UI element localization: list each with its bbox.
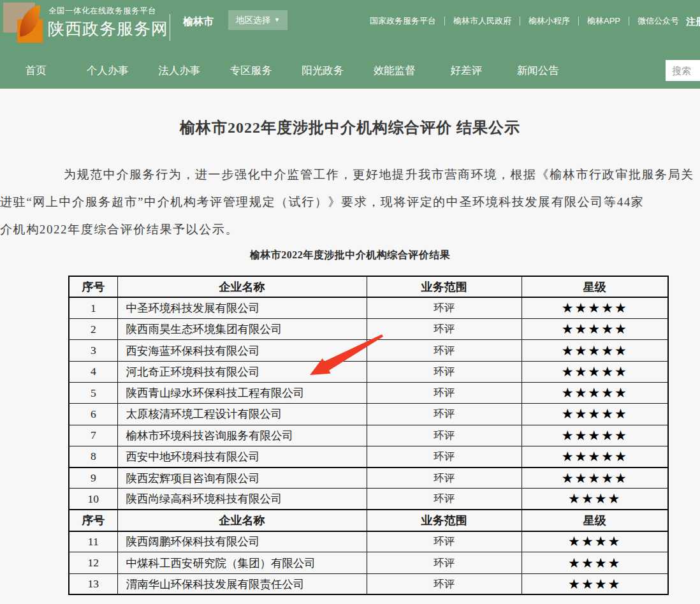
paragraph-line: 为规范中介服务行为，进一步强化中介监管工作，更好地提升我市营商环境，根据《榆林市…	[0, 161, 700, 188]
platform-tagline: 全国一体化在线政务服务平台	[48, 6, 156, 17]
star-rating-cell: ★★★★★	[521, 340, 668, 361]
row-number-cell: 6	[69, 404, 117, 425]
company-name-cell: 陕西阔鹏环保科技有限公司	[117, 531, 367, 552]
header-quick-link[interactable]: 国家政务服务平台	[361, 17, 445, 26]
company-name-cell: 陕西宏辉项目咨询有限公司	[117, 468, 367, 489]
paragraph-line: 进驻“网上中介服务超市”中介机构考评管理规定（试行）》要求，现将评定的中圣环境科…	[0, 188, 700, 216]
table-row: 6太原核清环境工程设计有限公司环评★★★★★	[69, 404, 668, 425]
page: 全国一体化在线政务服务平台 陕西政务服务网 榆林市 地区选择 ▼ 国家政务服务平…	[0, 0, 700, 604]
table-caption: 榆林市2022年度涉批中介机构综合评价结果	[0, 249, 700, 262]
row-number-cell: 13	[69, 573, 117, 594]
business-scope-cell: 环评	[367, 573, 521, 594]
header-quick-link[interactable]: 榆林市人民政府	[445, 17, 520, 26]
nav-item-4[interactable]: 专区服务	[215, 52, 288, 89]
column-header: 业务范围	[367, 276, 521, 297]
page-title: 榆林市2022年度涉批中介机构综合评价 结果公示	[0, 117, 700, 138]
column-header: 星级	[521, 510, 668, 531]
table-row: 2陕西雨昊生态环境集团有限公司环评★★★★★	[69, 319, 668, 340]
nav-list: 首页个人办事法人办事专区服务阳光政务效能监督好差评新闻公告	[0, 52, 700, 89]
star-rating-cell: ★★★★★	[521, 446, 668, 467]
star-rating-cell: ★★★★★	[521, 361, 668, 382]
nav-item-7[interactable]: 好差评	[430, 52, 502, 89]
column-header: 企业名称	[117, 510, 367, 531]
business-scope-cell: 环评	[367, 489, 521, 510]
site-logo-icon[interactable]	[3, 3, 47, 46]
business-scope-cell: 环评	[367, 404, 521, 425]
row-number-cell: 1	[69, 297, 117, 318]
table-row: 3西安海蓝环保科技有限公司环评★★★★★	[69, 340, 668, 361]
row-number-cell: 4	[69, 361, 117, 382]
region-selector-label: 地区选择	[236, 15, 270, 26]
star-rating-cell: ★★★★	[521, 573, 668, 594]
table-row: 4河北奇正环境科技有限公司环评★★★★★	[69, 361, 668, 382]
nav-item-1[interactable]: 首页	[0, 52, 72, 89]
header-quick-link[interactable]: 榆林小程序	[520, 17, 579, 26]
row-number-cell: 8	[69, 446, 117, 467]
table-row: 9陕西宏辉项目咨询有限公司环评★★★★★	[69, 468, 668, 489]
star-rating-cell: ★★★★★	[521, 425, 668, 446]
header-quick-links: 国家政务服务平台榆林市人民政府榆林小程序榆林APP微信公众号	[361, 13, 687, 29]
row-number-cell: 2	[69, 319, 117, 340]
business-scope-cell: 环评	[367, 340, 521, 361]
business-scope-cell: 环评	[367, 552, 521, 573]
company-name-cell: 陕西雨昊生态环境集团有限公司	[117, 319, 367, 340]
company-name-cell: 太原核清环境工程设计有限公司	[117, 404, 367, 425]
nav-item-6[interactable]: 效能监督	[359, 52, 431, 89]
site-name: 陕西政务服务网	[48, 18, 168, 40]
nav-item-8[interactable]: 新闻公告	[502, 52, 574, 89]
register-link[interactable]: 注册	[686, 16, 700, 28]
header-divider	[170, 14, 170, 41]
announcement-paragraph: 为规范中介服务行为，进一步强化中介监管工作，更好地提升我市营商环境，根据《榆林市…	[0, 161, 700, 243]
company-name-cell: 中煤科工西安研究院（集团）有限公司	[117, 552, 367, 573]
region-selector-button[interactable]: 地区选择 ▼	[228, 10, 288, 30]
business-scope-cell: 环评	[367, 319, 521, 340]
paragraph-line: 介机构2022年度综合评价结果予以公示。	[0, 216, 700, 243]
row-number-cell: 11	[69, 531, 117, 552]
table-row: 13渭南华山环保科技发展有限责任公司环评★★★★	[69, 573, 668, 594]
column-header: 企业名称	[117, 276, 367, 297]
table-row: 1中圣环境科技发展有限公司环评★★★★★	[69, 297, 668, 318]
star-rating-cell: ★★★★	[521, 531, 668, 552]
row-number-cell: 3	[69, 340, 117, 361]
table-header-row: 序号企业名称业务范围星级	[69, 510, 668, 531]
star-rating-cell: ★★★★★	[521, 319, 668, 340]
row-number-cell: 7	[69, 425, 117, 446]
header-quick-link[interactable]: 微信公众号	[629, 17, 687, 26]
search-input[interactable]	[666, 60, 700, 81]
company-name-cell: 陕西青山绿水环保科技工程有限公司	[117, 382, 367, 403]
row-number-cell: 12	[69, 552, 117, 573]
business-scope-cell: 环评	[367, 297, 521, 318]
business-scope-cell: 环评	[367, 361, 521, 382]
column-header: 星级	[521, 276, 668, 297]
evaluation-table: 序号企业名称业务范围星级1中圣环境科技发展有限公司环评★★★★★2陕西雨昊生态环…	[68, 276, 669, 595]
company-name-cell: 榆林市环境科技咨询服务有限公司	[117, 425, 367, 446]
current-city-label: 榆林市	[183, 15, 214, 29]
nav-item-5[interactable]: 阳光政务	[287, 52, 359, 89]
nav-item-3[interactable]: 法人办事	[143, 52, 215, 89]
business-scope-cell: 环评	[367, 425, 521, 446]
table-row: 5陕西青山绿水环保科技工程有限公司环评★★★★★	[69, 382, 668, 403]
star-rating-cell: ★★★★★	[521, 382, 668, 403]
table-row: 11陕西阔鹏环保科技有限公司环评★★★★	[69, 531, 668, 552]
table-row: 7榆林市环境科技咨询服务有限公司环评★★★★★	[69, 425, 668, 446]
business-scope-cell: 环评	[367, 468, 521, 489]
row-number-cell: 5	[69, 382, 117, 403]
row-number-cell: 10	[69, 489, 117, 510]
table-row: 8西安中地环境科技有限公司环评★★★★★	[69, 446, 668, 467]
chevron-down-icon: ▼	[274, 17, 280, 23]
business-scope-cell: 环评	[367, 446, 521, 467]
company-name-cell: 渭南华山环保科技发展有限责任公司	[117, 573, 367, 594]
star-rating-cell: ★★★★	[521, 489, 668, 510]
star-rating-cell: ★★★★	[521, 552, 668, 573]
star-rating-cell: ★★★★★	[521, 468, 668, 489]
company-name-cell: 陕西尚绿高科环境科技有限公司	[117, 489, 367, 510]
column-header: 业务范围	[367, 510, 521, 531]
row-number-cell: 9	[69, 468, 117, 489]
nav-item-2[interactable]: 个人办事	[72, 52, 144, 89]
header-quick-link[interactable]: 榆林APP	[579, 17, 629, 26]
main-nav: 首页个人办事法人办事专区服务阳光政务效能监督好差评新闻公告	[0, 52, 700, 89]
star-rating-cell: ★★★★★	[521, 297, 668, 318]
column-header: 序号	[69, 276, 117, 297]
company-name-cell: 西安中地环境科技有限公司	[117, 446, 367, 467]
company-name-cell: 中圣环境科技发展有限公司	[117, 297, 367, 318]
